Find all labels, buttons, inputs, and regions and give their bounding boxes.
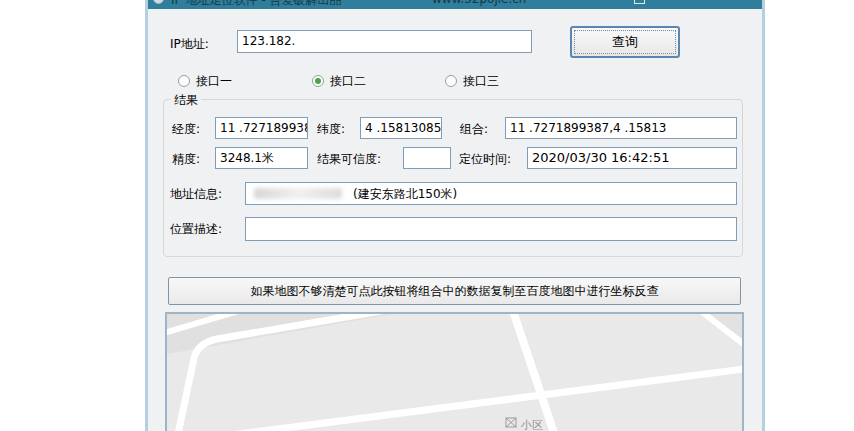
- locate-time-label: 定位时间:: [459, 151, 511, 168]
- combo-field[interactable]: 11 .7271899387,4 .15813: [505, 117, 737, 139]
- radio-dot: [178, 75, 190, 87]
- latitude-label: 纬度:: [317, 121, 345, 138]
- close-button[interactable]: ✕: [656, 0, 670, 5]
- radio-interface-1[interactable]: 接口一: [178, 74, 232, 88]
- query-button[interactable]: 查询: [570, 26, 680, 58]
- ip-address-input[interactable]: 123.182.: [237, 30, 532, 53]
- location-desc-field[interactable]: [245, 217, 737, 241]
- map-panel: 小区: [165, 312, 744, 431]
- redacted-text: [254, 188, 342, 199]
- titlebar: IP 地址定位软件 - 吾爱破解出品 www.52pojie.cn ✕: [145, 0, 765, 9]
- longitude-field[interactable]: 11 .727189938: [215, 117, 308, 139]
- confidence-field[interactable]: [403, 147, 451, 169]
- location-desc-label: 位置描述:: [170, 221, 222, 238]
- address-info-label: 地址信息:: [170, 186, 222, 203]
- window-title-url: www.52pojie.cn: [432, 0, 526, 6]
- ip-address-label: IP地址:: [170, 36, 209, 53]
- radio-label: 接口二: [330, 73, 366, 90]
- radio-interface-3[interactable]: 接口三: [445, 74, 499, 88]
- radio-label: 接口一: [196, 73, 232, 90]
- maximize-button[interactable]: [634, 0, 645, 4]
- copy-to-baidu-map-button[interactable]: 如果地图不够清楚可点此按钮将组合中的数据复制至百度地图中进行坐标反查: [168, 277, 741, 305]
- window-border: [762, 0, 765, 431]
- latitude-field[interactable]: 4 .1581308518: [360, 117, 442, 139]
- combo-label: 组合:: [460, 121, 488, 138]
- results-group-label: 结果: [171, 92, 201, 109]
- precision-field[interactable]: 3248.1米: [215, 147, 308, 169]
- radio-label: 接口三: [463, 73, 499, 90]
- window-border: [145, 0, 148, 431]
- longitude-label: 经度:: [172, 121, 200, 138]
- address-visible-text: (建安东路北150米): [353, 186, 457, 202]
- window-title: IP 地址定位软件 - 吾爱破解出品: [171, 0, 342, 9]
- locate-time-field[interactable]: 2020/03/30 16:42:51: [527, 147, 737, 169]
- app-window: IP 地址定位软件 - 吾爱破解出品 www.52pojie.cn ✕ IP地址…: [145, 0, 765, 431]
- map-poi-label: 小区: [520, 419, 543, 431]
- address-info-field[interactable]: (建安东路北150米): [245, 182, 737, 205]
- map-poi-icon: [506, 418, 516, 427]
- confidence-label: 结果可信度:: [317, 151, 381, 168]
- radio-interface-2[interactable]: 接口二: [312, 74, 366, 88]
- app-icon: [153, 0, 164, 4]
- map-graphic: 小区: [167, 314, 742, 431]
- radio-dot: [445, 75, 457, 87]
- radio-dot: [312, 75, 324, 87]
- precision-label: 精度:: [172, 151, 200, 168]
